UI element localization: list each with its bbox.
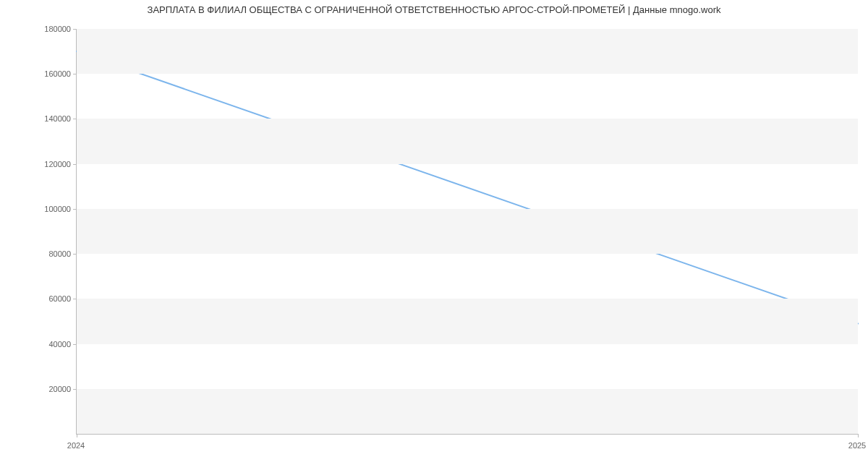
x-tick-label: 2024 — [67, 441, 85, 450]
x-tick-mark — [858, 434, 859, 437]
y-tick-label: 120000 — [6, 160, 71, 168]
x-tick-mark — [77, 434, 77, 437]
grid-band — [77, 119, 858, 163]
y-tick-label: 60000 — [6, 294, 71, 303]
y-tick-mark — [73, 254, 77, 255]
grid-band — [77, 29, 858, 74]
y-tick-label: 80000 — [6, 249, 71, 258]
y-tick-label: 180000 — [6, 25, 71, 33]
y-tick-label: 40000 — [6, 340, 71, 349]
plot-area — [76, 29, 858, 435]
salary-line-chart: ЗАРПЛАТА В ФИЛИАЛ ОБЩЕСТВА С ОГРАНИЧЕННО… — [0, 0, 868, 470]
y-tick-mark — [73, 119, 77, 119]
grid-band — [77, 209, 858, 254]
y-tick-label: 160000 — [6, 69, 71, 78]
y-tick-mark — [73, 344, 77, 345]
y-tick-label: 20000 — [6, 385, 71, 393]
y-tick-mark — [73, 74, 77, 74]
y-tick-mark — [73, 299, 77, 299]
y-tick-mark — [73, 164, 77, 165]
chart-title: ЗАРПЛАТА В ФИЛИАЛ ОБЩЕСТВА С ОГРАНИЧЕННО… — [0, 4, 868, 15]
grid-band — [77, 299, 858, 343]
x-tick-label: 2025 — [848, 441, 866, 450]
y-tick-mark — [73, 209, 77, 210]
series-line — [77, 51, 858, 323]
grid-band — [77, 389, 858, 434]
y-tick-mark — [73, 29, 77, 30]
y-tick-label: 100000 — [6, 205, 71, 213]
y-tick-mark — [73, 389, 77, 390]
y-tick-label: 140000 — [6, 114, 71, 123]
